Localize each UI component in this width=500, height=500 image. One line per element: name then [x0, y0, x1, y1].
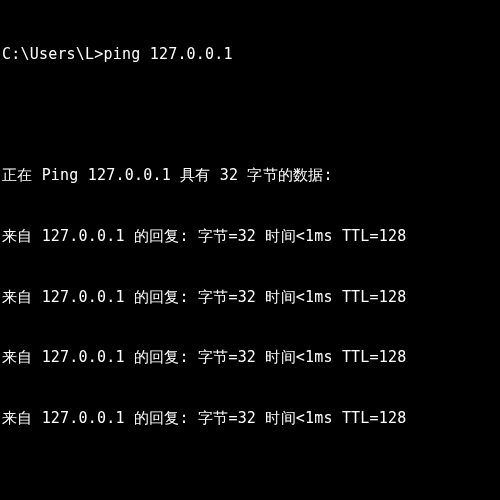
- ping-reply: 来自 127.0.0.1 的回复: 字节=32 时间<1ms TTL=128: [2, 287, 498, 307]
- terminal-output[interactable]: C:\Users\L>ping 127.0.0.1 正在 Ping 127.0.…: [2, 3, 498, 500]
- command-text: ping 127.0.0.1: [104, 45, 233, 63]
- ping-header: 正在 Ping 127.0.0.1 具有 32 字节的数据:: [2, 165, 498, 185]
- blank-line: [2, 104, 498, 124]
- ping-reply: 来自 127.0.0.1 的回复: 字节=32 时间<1ms TTL=128: [2, 408, 498, 428]
- blank-line: [2, 469, 498, 489]
- prompt-path: C:\Users\L>: [2, 45, 104, 63]
- ping-reply: 来自 127.0.0.1 的回复: 字节=32 时间<1ms TTL=128: [2, 226, 498, 246]
- ping-reply: 来自 127.0.0.1 的回复: 字节=32 时间<1ms TTL=128: [2, 347, 498, 367]
- prompt-line: C:\Users\L>ping 127.0.0.1: [2, 44, 498, 64]
